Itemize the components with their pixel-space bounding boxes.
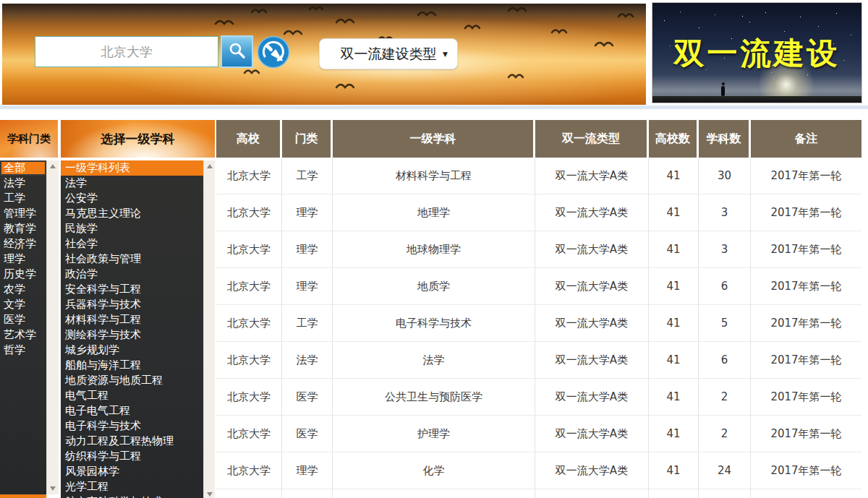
category-item[interactable]: 经济学 (0, 236, 46, 252)
table-cell: 工学 (282, 305, 333, 342)
table-cell: 北京大学 (216, 305, 282, 342)
discipline-item[interactable]: 电子电气工程 (61, 403, 203, 418)
category-item[interactable]: 管理学 (0, 206, 46, 221)
table-cell (699, 489, 751, 498)
discipline-item[interactable]: 民族学 (61, 221, 203, 236)
category-item[interactable]: 艺术学 (0, 327, 46, 343)
discipline-item[interactable]: 法学 (61, 176, 203, 191)
discipline-list-scrollbar[interactable] (203, 160, 215, 498)
table-cell: 法学 (282, 342, 333, 379)
discipline-item[interactable]: 纺织科学与工程 (61, 449, 203, 464)
table-cell: 41 (649, 231, 699, 268)
discipline-item[interactable]: 马克思主义理论 (61, 206, 203, 221)
table-cell (216, 489, 282, 498)
table-row: 北京大学理学地理学双一流大学A类4132017年第一轮 (216, 194, 861, 231)
clean-button[interactable] (257, 35, 290, 69)
discipline-item[interactable]: 兵器科学与技术 (61, 297, 203, 312)
table-cell: 工学 (282, 158, 333, 194)
table-row: 北京大学工学电子科学与技术双一流大学A类4152017年第一轮 (216, 305, 861, 342)
table-cell: 双一流大学A类 (535, 416, 649, 452)
category-list: 全部法学工学管理学教育学经济学理学历史学农学文学医学艺术学哲学 (0, 160, 59, 494)
table-cell: 护理学 (333, 416, 535, 452)
discipline-item[interactable]: 公安学 (61, 191, 203, 206)
table-cell: 北京大学 (216, 379, 282, 416)
discipline-item[interactable]: 风景园林学 (61, 464, 203, 479)
search-button[interactable] (221, 35, 253, 68)
table-cell: 北京大学 (216, 452, 282, 489)
discipline-item[interactable]: 政治学 (61, 267, 203, 282)
table-cell: 30 (699, 158, 751, 194)
results-table-area: 高校门类一级学科双一流类型高校数学科数备注 北京大学工学材料科学与工程双一流大学… (216, 120, 861, 498)
table-cell (751, 489, 861, 498)
category-item[interactable]: 历史学 (0, 267, 46, 282)
category-item[interactable]: 全部 (0, 160, 46, 176)
chevron-down-icon: ▼ (443, 51, 448, 58)
table-row: 北京大学理学地球物理学双一流大学A类4132017年第一轮 (216, 231, 861, 268)
table-cell: 双一流大学A类 (535, 452, 649, 489)
scroll-down-icon[interactable] (50, 486, 56, 491)
table-cell: 41 (649, 158, 699, 194)
category-item[interactable]: 教育学 (0, 221, 46, 236)
table-cell: 2017年第一轮 (751, 158, 861, 194)
scroll-up-icon[interactable] (50, 164, 56, 168)
table-cell: 双一流大学A类 (535, 231, 649, 268)
table-cell: 5 (699, 305, 751, 342)
discipline-item[interactable]: 航空宇航科学与技术 (61, 494, 203, 498)
side-banner: 双一流建设 (652, 2, 862, 103)
table-cell: 41 (649, 268, 699, 305)
side-banner-title: 双一流建设 (652, 33, 861, 74)
table-cell: 41 (649, 416, 699, 452)
category-list-header: 学科门类 (0, 120, 58, 158)
category-item[interactable]: 农学 (0, 282, 46, 297)
discipline-item[interactable]: 光学工程 (61, 479, 203, 494)
divider-strip (0, 106, 868, 109)
discipline-list-items: 一级学科列表法学公安学马克思主义理论民族学社会学社会政策与管理政治学安全科学与工… (61, 160, 203, 498)
discipline-item[interactable]: 一级学科列表 (61, 160, 203, 176)
table-cell: 2017年第一轮 (751, 268, 861, 305)
table-cell: 2 (699, 416, 751, 452)
category-item[interactable]: 文学 (0, 297, 46, 312)
stars-decoration (655, 6, 656, 7)
table-body: 北京大学工学材料科学与工程双一流大学A类41302017年第一轮北京大学理学地理… (216, 158, 861, 498)
discipline-item[interactable]: 城乡规划学 (61, 343, 203, 358)
scroll-up-icon[interactable] (207, 164, 213, 168)
category-item[interactable]: 法学 (0, 176, 46, 191)
results-table: 高校门类一级学科双一流类型高校数学科数备注 北京大学工学材料科学与工程双一流大学… (216, 120, 861, 498)
table-row: 北京大学医学公共卫生与预防医学双一流大学A类4122017年第一轮 (216, 379, 861, 416)
category-item[interactable]: 理学 (0, 252, 46, 267)
discipline-item[interactable]: 船舶与海洋工程 (61, 358, 203, 373)
discipline-list: 一级学科列表法学公安学马克思主义理论民族学社会学社会政策与管理政治学安全科学与工… (61, 160, 215, 498)
table-cell: 41 (649, 452, 699, 489)
discipline-item[interactable]: 动力工程及工程热物理 (61, 434, 203, 449)
category-item[interactable]: 工学 (0, 191, 46, 206)
discipline-item[interactable]: 安全科学与工程 (61, 282, 203, 297)
discipline-item[interactable]: 社会政策与管理 (61, 252, 203, 267)
discipline-item[interactable]: 材料科学与工程 (61, 312, 203, 327)
table-cell: 地球物理学 (333, 231, 535, 268)
clean-brush-icon (257, 60, 290, 71)
discipline-item[interactable]: 电气工程 (61, 388, 203, 403)
category-item[interactable]: 医学 (0, 312, 46, 327)
table-cell: 6 (699, 342, 751, 379)
search-banner: 双一流建设类型 ▼ (2, 4, 646, 105)
build-type-dropdown-label: 双一流建设类型 (341, 45, 437, 64)
scroll-down-icon[interactable] (207, 492, 213, 497)
table-cell: 41 (649, 342, 699, 379)
build-type-dropdown[interactable]: 双一流建设类型 ▼ (319, 38, 458, 69)
table-cell: 医学 (282, 379, 333, 416)
table-cell: 3 (699, 194, 751, 231)
page: 双一流建设类型 ▼ 双一流建设 学科门类 选择一级学科 全部法学工学管理学教育学… (0, 0, 868, 498)
discipline-item[interactable]: 社会学 (61, 236, 203, 252)
table-cell: 材料科学与工程 (333, 158, 535, 194)
discipline-item[interactable]: 测绘科学与技术 (61, 327, 203, 343)
table-cell: 2017年第一轮 (751, 342, 861, 379)
table-cell: 理学 (282, 268, 333, 305)
category-list-scrollbar[interactable] (46, 160, 59, 494)
discipline-item[interactable]: 电子科学与技术 (61, 418, 203, 434)
discipline-item[interactable]: 地质资源与地质工程 (61, 373, 203, 388)
category-item[interactable]: 哲学 (0, 343, 46, 358)
table-cell: 双一流大学A类 (535, 342, 649, 379)
table-cell: 理学 (282, 194, 333, 231)
table-cell (535, 489, 649, 498)
search-input[interactable] (35, 36, 218, 67)
